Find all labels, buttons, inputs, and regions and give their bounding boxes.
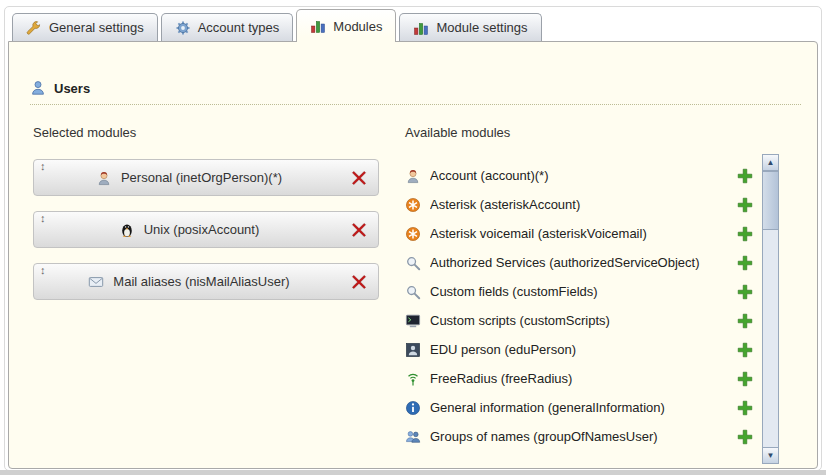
- group-icon: [405, 429, 421, 445]
- add-module-button[interactable]: [737, 371, 753, 387]
- edu-person-icon: [405, 342, 421, 358]
- selected-modules-column: Selected modules ↕Personal (inetOrgPerso…: [33, 125, 379, 315]
- remove-module-button[interactable]: [351, 274, 367, 290]
- available-module-label: General information (generalInformation): [430, 400, 728, 415]
- tab-account-types[interactable]: Account types: [161, 13, 294, 41]
- available-module-row: FreeRadius (freeRadius): [405, 364, 753, 393]
- available-module-row: Groups of names (groupOfNamesUser): [405, 422, 753, 451]
- remove-module-button[interactable]: [351, 170, 367, 186]
- available-modules-column: Available modules Account (account)(*)As…: [405, 125, 753, 451]
- add-module-button[interactable]: [737, 255, 753, 271]
- section-header: Users: [30, 80, 801, 105]
- selected-module-unix[interactable]: ↕Unix (posixAccount): [33, 211, 379, 248]
- selected-modules-heading: Selected modules: [33, 125, 379, 140]
- magnifier-icon: [405, 284, 421, 300]
- add-module-button[interactable]: [737, 313, 753, 329]
- radius-icon: [405, 371, 421, 387]
- available-module-label: Account (account)(*): [430, 168, 728, 183]
- available-module-row: Custom fields (customFields): [405, 277, 753, 306]
- available-module-row: Asterisk (asteriskAccount): [405, 190, 753, 219]
- available-module-label: Custom scripts (customScripts): [430, 313, 728, 328]
- available-module-label: Groups of names (groupOfNamesUser): [430, 429, 728, 444]
- available-module-label: FreeRadius (freeRadius): [430, 371, 728, 386]
- available-module-label: Asterisk (asteriskAccount): [430, 197, 728, 212]
- add-module-button[interactable]: [737, 400, 753, 416]
- tab-general-settings[interactable]: General settings: [12, 13, 158, 41]
- tab-label: Modules: [333, 19, 382, 34]
- wrench-icon: [26, 20, 42, 36]
- add-module-button[interactable]: [737, 284, 753, 300]
- add-module-button[interactable]: [737, 226, 753, 242]
- selected-module-personal[interactable]: ↕Personal (inetOrgPerson)(*): [33, 159, 379, 196]
- available-module-row: Asterisk voicemail (asteriskVoicemail): [405, 219, 753, 248]
- available-module-row: Custom scripts (customScripts): [405, 306, 753, 335]
- available-module-row: EDU person (eduPerson): [405, 335, 753, 364]
- gear-icon: [175, 20, 191, 36]
- tab-modules[interactable]: Modules: [296, 9, 396, 42]
- available-modules-scrollbar[interactable]: ▲ ▼: [762, 154, 779, 464]
- terminal-icon: [405, 313, 421, 329]
- available-module-row: Authorized Services (authorizedServiceOb…: [405, 248, 753, 277]
- available-module-label: EDU person (eduPerson): [430, 342, 728, 357]
- magnifier-icon: [405, 255, 421, 271]
- selected-module-mail[interactable]: ↕Mail aliases (nisMailAliasUser): [33, 263, 379, 300]
- asterisk-icon: [405, 197, 421, 213]
- tab-module-settings[interactable]: Module settings: [399, 13, 541, 41]
- available-module-row: Account (account)(*): [405, 161, 753, 190]
- add-module-button[interactable]: [737, 342, 753, 358]
- page-bottom-edge: [0, 470, 826, 475]
- module-settings-icon: [413, 20, 429, 36]
- selected-module-label: Unix (posixAccount): [144, 222, 260, 237]
- personal-icon: [96, 170, 112, 186]
- available-modules-heading: Available modules: [405, 125, 753, 140]
- remove-module-button[interactable]: [351, 222, 367, 238]
- add-module-button[interactable]: [737, 429, 753, 445]
- available-module-label: Asterisk voicemail (asteriskVoicemail): [430, 226, 728, 241]
- account-icon: [405, 168, 421, 184]
- section-title: Users: [54, 81, 90, 96]
- tab-bar: General settingsAccount typesModulesModu…: [12, 9, 542, 42]
- add-module-button[interactable]: [737, 168, 753, 184]
- tab-label: General settings: [49, 20, 144, 35]
- unix-icon: [119, 222, 135, 238]
- selected-module-label: Mail aliases (nisMailAliasUser): [113, 274, 289, 289]
- available-modules-list: Account (account)(*)Asterisk (asteriskAc…: [405, 161, 753, 451]
- available-module-label: Custom fields (customFields): [430, 284, 728, 299]
- scrollbar-thumb[interactable]: [763, 171, 778, 230]
- scrollbar-up-button[interactable]: ▲: [763, 155, 778, 171]
- modules-panel: Users Selected modules ↕Personal (inetOr…: [8, 41, 818, 469]
- tab-label: Module settings: [436, 20, 527, 35]
- tab-label: Account types: [198, 20, 280, 35]
- selected-module-label: Personal (inetOrgPerson)(*): [121, 170, 282, 185]
- info-icon: [405, 400, 421, 416]
- available-module-row: General information (generalInformation): [405, 393, 753, 422]
- selected-modules-list: ↕Personal (inetOrgPerson)(*)↕Unix (posix…: [33, 159, 379, 300]
- available-module-label: Authorized Services (authorizedServiceOb…: [430, 255, 728, 270]
- add-module-button[interactable]: [737, 197, 753, 213]
- asterisk-icon: [405, 226, 421, 242]
- modules-icon: [310, 18, 326, 34]
- scrollbar-down-button[interactable]: ▼: [763, 447, 778, 463]
- mail-icon: [88, 274, 104, 290]
- user-icon: [30, 80, 46, 96]
